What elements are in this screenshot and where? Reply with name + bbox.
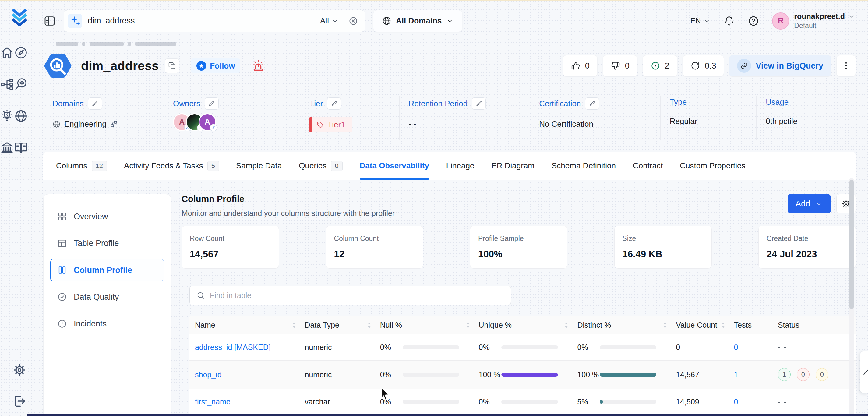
status-cell: 100 <box>778 368 856 381</box>
settings-icon[interactable] <box>12 363 27 377</box>
user-menu[interactable]: R rounakpreet.d Default <box>772 11 855 30</box>
follow-button[interactable]: ★ Follow <box>191 59 240 73</box>
column-header-label: Distinct % <box>577 321 611 329</box>
metadata-certification: Certification No Certification <box>539 96 660 140</box>
pencil-icon <box>208 100 215 107</box>
table-row: address_id [MASKED]numeric0%0%0%00- - <box>189 334 856 360</box>
value-count-cell: 0 <box>676 343 734 352</box>
downvote-button[interactable]: 0 <box>603 55 638 76</box>
logout-icon[interactable] <box>12 394 27 408</box>
tab-lineage[interactable]: Lineage <box>446 152 474 180</box>
sort-icon[interactable] <box>466 321 470 329</box>
edit-tier-button[interactable] <box>327 97 341 109</box>
column-header-status: Status <box>778 321 856 329</box>
distinct-cell: 5% <box>577 396 676 407</box>
pencil-icon <box>476 100 482 107</box>
chevron-down-icon <box>703 18 711 25</box>
tab-activity-feeds-tasks[interactable]: Activity Feeds & Tasks5 <box>124 152 219 180</box>
explore-icon[interactable] <box>14 46 28 60</box>
status-empty: - - <box>778 397 787 406</box>
domain-filter-select[interactable]: All Domains <box>373 10 462 32</box>
column-name-link[interactable]: shop_id <box>195 370 222 379</box>
status-empty: - - <box>778 343 787 351</box>
nav-item-label: Column Profile <box>74 265 132 275</box>
tab-columns[interactable]: Columns12 <box>56 152 107 180</box>
more-options-button[interactable] <box>836 55 856 76</box>
tests-link[interactable]: 0 <box>734 343 738 351</box>
version-history-button[interactable]: 0.3 <box>683 55 724 76</box>
nav-item-data-quality[interactable]: Data Quality <box>50 286 164 308</box>
tab-sample-data[interactable]: Sample Data <box>236 152 282 180</box>
tab-queries[interactable]: Queries0 <box>299 152 342 180</box>
scrollbar-thumb[interactable] <box>849 180 854 309</box>
edge-floating-button[interactable] <box>860 351 868 393</box>
global-search-bar[interactable]: All <box>64 10 365 32</box>
home-icon[interactable] <box>0 46 14 60</box>
edit-owners-button[interactable] <box>205 97 219 109</box>
sort-icon[interactable] <box>292 321 296 329</box>
column-header-null: Null % <box>380 321 479 329</box>
domains-icon[interactable] <box>14 109 28 123</box>
global-search-input[interactable] <box>88 16 315 26</box>
tests-link[interactable]: 0 <box>734 397 738 406</box>
view-in-bigquery-button[interactable]: View in BigQuery <box>729 55 831 76</box>
help-icon[interactable] <box>748 15 759 27</box>
nav-item-overview[interactable]: Overview <box>50 205 164 228</box>
tab-er-diagram[interactable]: ER Diagram <box>491 152 534 180</box>
watchers-button[interactable]: 2 <box>643 55 677 76</box>
ai-sparkle-icon[interactable] <box>68 14 82 28</box>
language-select[interactable]: EN <box>690 17 711 25</box>
scrollbar[interactable] <box>849 178 854 416</box>
thumbs-down-icon <box>611 61 620 71</box>
table-search[interactable] <box>189 286 511 305</box>
governance-icon[interactable] <box>0 141 14 155</box>
glossary-icon[interactable] <box>14 141 28 155</box>
metadata-owners: Owners AA <box>173 96 300 140</box>
stat-value: 12 <box>334 249 415 260</box>
stat-card-row-count: Row Count14,567 <box>182 226 279 268</box>
column-header-data-type: Data Type <box>305 321 380 329</box>
alert-circle-icon <box>57 319 67 329</box>
observability-icon[interactable] <box>14 77 28 91</box>
copy-name-button[interactable] <box>165 59 179 73</box>
sort-icon[interactable] <box>367 321 372 329</box>
value-count-cell: 14,567 <box>676 370 734 379</box>
tab-data-observability[interactable]: Data Observability <box>360 152 429 180</box>
alert-siren-icon[interactable] <box>251 59 265 73</box>
insights-icon[interactable] <box>0 109 14 123</box>
tab-count-badge: 5 <box>208 161 219 171</box>
tab-custom-properties[interactable]: Custom Properties <box>680 152 745 180</box>
column-name-link[interactable]: address_id [MASKED] <box>195 343 271 351</box>
sort-icon[interactable] <box>721 321 725 329</box>
table-row: shop_idnumeric0%100 %100 %14,5671100 <box>189 360 856 389</box>
domain-link[interactable]: Engineering <box>64 119 106 129</box>
sort-icon[interactable] <box>663 321 667 329</box>
tier-badge[interactable]: Tier1 <box>309 117 352 132</box>
sidebar-bottom-nav <box>12 346 27 408</box>
edit-certification-button[interactable] <box>585 97 599 109</box>
table-search-input[interactable] <box>210 291 504 300</box>
tab-schema-definition[interactable]: Schema Definition <box>552 152 616 180</box>
lineage-icon[interactable] <box>0 77 14 91</box>
notifications-bell-icon[interactable] <box>723 15 735 27</box>
tab-contract[interactable]: Contract <box>633 152 663 180</box>
sort-icon[interactable] <box>564 321 569 329</box>
column-name-link[interactable]: first_name <box>195 397 230 406</box>
nav-item-table-profile[interactable]: Table Profile <box>50 232 164 255</box>
metadata-usage: Usage 0th pctile <box>766 96 847 140</box>
nav-item-column-profile[interactable]: Column Profile <box>50 259 164 281</box>
upvote-button[interactable]: 0 <box>563 55 597 76</box>
nav-item-incidents[interactable]: Incidents <box>50 313 164 335</box>
add-button[interactable]: Add <box>787 194 831 214</box>
stat-card-profile-sample: Profile Sample100% <box>470 226 567 268</box>
tests-link[interactable]: 1 <box>734 370 738 379</box>
column-header-name: Name <box>189 321 305 329</box>
search-scope-select[interactable]: All <box>320 16 339 26</box>
edit-retention-button[interactable] <box>472 97 486 109</box>
clear-search-icon[interactable] <box>348 16 358 26</box>
entity-tabbar: Columns12Activity Feeds & Tasks5Sample D… <box>43 152 856 180</box>
sidebar-collapse-icon[interactable] <box>43 15 56 27</box>
edit-domains-button[interactable] <box>88 97 102 109</box>
owner-avatar[interactable]: A <box>198 113 216 131</box>
status-badge-failed: 0 <box>797 368 809 381</box>
